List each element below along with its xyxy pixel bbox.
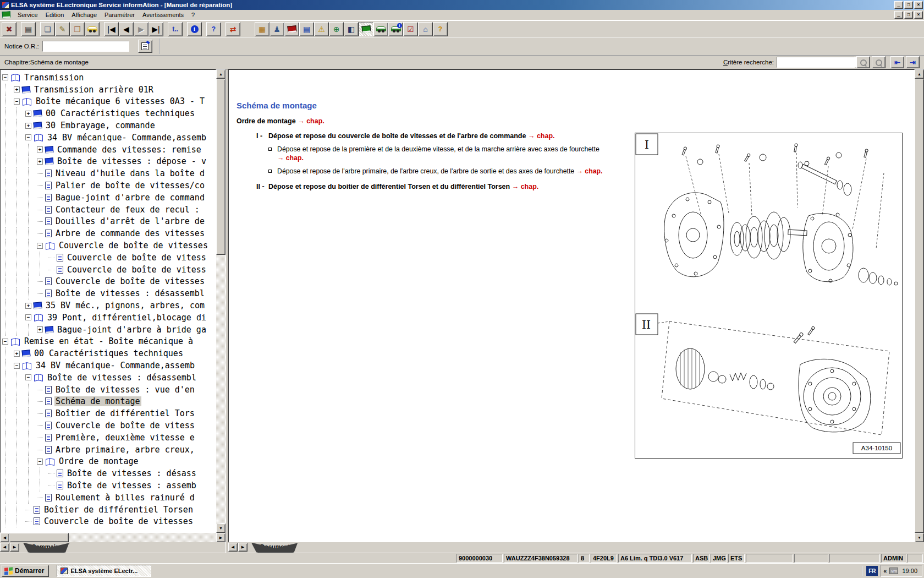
tree-item[interactable]: +30 Embrayage, commande	[2, 119, 216, 132]
find-previous-button[interactable]	[856, 56, 870, 68]
tree-horizontal-scrollbar[interactable]: ◀ ▶	[0, 533, 226, 542]
tab-document[interactable]: Document	[251, 543, 299, 553]
chapter-link[interactable]: chap.	[585, 167, 602, 175]
search-input[interactable]	[777, 57, 859, 67]
tree-item[interactable]: +35 BV méc., pignons, arbres, com	[2, 299, 216, 312]
switch-button[interactable]: ⇄	[226, 22, 240, 36]
chapter-link[interactable]: chap.	[306, 117, 324, 125]
tree-item[interactable]: −Transmission	[2, 72, 216, 84]
first-page-button[interactable]: |◀	[104, 22, 119, 36]
menu-item-avertissements[interactable]: Avertissements	[139, 10, 188, 19]
new-document-button[interactable]: ❏	[40, 22, 55, 36]
collapse-toggle-icon[interactable]: −	[2, 74, 8, 80]
tree-item[interactable]: Douilles d'arrêt de l'arbre de	[2, 216, 216, 228]
help-button[interactable]: ?	[206, 22, 221, 36]
document-scroll-thumb[interactable]	[915, 79, 924, 533]
last-page-button[interactable]: ▶|	[148, 22, 163, 36]
expand-toggle-icon[interactable]: +	[14, 86, 20, 92]
tree-item[interactable]: −Couvercle de boîte de vitesses	[2, 239, 216, 252]
menu-item-affichage[interactable]: Affichage	[68, 10, 101, 19]
chapter-link[interactable]: chap.	[537, 132, 555, 140]
exit-button[interactable]: ✖	[2, 22, 16, 36]
tree-item[interactable]: +00 Caractéristiques techniques	[2, 107, 216, 119]
scroll-up-icon[interactable]: ▲	[915, 69, 924, 79]
collapse-toggle-icon[interactable]: −	[37, 459, 43, 465]
scroll-down-icon[interactable]: ▼	[216, 524, 226, 533]
collapse-toggle-icon[interactable]: −	[14, 363, 20, 369]
tree-item[interactable]: Première, deuxième vitesse e	[2, 432, 216, 444]
vehicle-info-button[interactable]: i	[388, 22, 403, 36]
tree-item[interactable]: Boîte de vitesses : vue d'en	[2, 384, 216, 396]
tree-item[interactable]: Couvercle de boîte de vitess	[2, 264, 216, 276]
tree-item[interactable]: Boîte de vitesses : désassembl	[2, 287, 216, 299]
index-back-button[interactable]: ⇤	[890, 56, 904, 68]
previous-page-button[interactable]: ◀	[119, 22, 134, 36]
tree-item[interactable]: Boîte de vitesses : assemb	[2, 479, 216, 492]
checklist-button[interactable]: ☑	[403, 22, 418, 36]
tree-hscroll-thumb[interactable]	[9, 533, 69, 542]
tree-item[interactable]: Boîte de vitesses : désass	[2, 467, 216, 479]
collapse-toggle-icon[interactable]: −	[2, 339, 8, 345]
vehicle-data-button[interactable]	[373, 22, 388, 36]
repair-manual-button[interactable]	[359, 22, 373, 36]
tree-item[interactable]: Arbre primaire, arbre creux,	[2, 444, 216, 456]
notice-input[interactable]	[42, 41, 129, 52]
warning-button[interactable]: ⚠	[314, 22, 329, 36]
menu-item-?[interactable]: ?	[188, 10, 199, 19]
document-vertical-scrollbar[interactable]: ▲ ▼	[915, 69, 924, 542]
language-indicator[interactable]: FR	[866, 566, 878, 576]
search-combobox[interactable]: ▼	[777, 57, 855, 68]
workshop-button[interactable]: ⌂	[418, 22, 433, 36]
minimize-button[interactable]: _	[894, 1, 903, 9]
chapter-link[interactable]: chap.	[286, 154, 304, 162]
tree-item[interactable]: Couvercle de boîte de vitesses	[2, 515, 216, 527]
tree-item[interactable]: Roulement à billes rainuré d	[2, 492, 216, 504]
form-button[interactable]: ▤	[299, 22, 314, 36]
next-page-button[interactable]: ▶	[134, 22, 148, 36]
maximize-button[interactable]: ❐	[904, 1, 913, 9]
collapse-toggle-icon[interactable]: −	[25, 314, 31, 320]
handbook-button[interactable]	[284, 22, 299, 36]
expand-toggle-icon[interactable]: +	[25, 111, 31, 117]
tree-item[interactable]: −39 Pont, différentiel,blocage di	[2, 312, 216, 324]
expand-toggle-icon[interactable]: +	[37, 326, 43, 332]
tree-item[interactable]: −Ordre de montage	[2, 456, 216, 468]
copy-document-button[interactable]: ❐	[70, 22, 85, 36]
tree-item[interactable]: Bague-joint d'arbre de command	[2, 192, 216, 204]
mdi-restore-button[interactable]: ❐	[904, 11, 913, 19]
tray-collapse-icon[interactable]: «	[883, 568, 887, 574]
expand-toggle-icon[interactable]: +	[14, 351, 20, 357]
tree-item[interactable]: −Boîte de vitesses : désassembl	[2, 372, 216, 384]
vehicle-button[interactable]	[85, 22, 100, 36]
close-button[interactable]: ×	[914, 1, 923, 9]
expand-toggle-icon[interactable]: +	[37, 146, 43, 152]
query-button[interactable]: ?	[433, 22, 448, 36]
customer-button[interactable]: ♟	[270, 22, 284, 36]
tree-item[interactable]: Palier de boîte de vitesses/co	[2, 179, 216, 192]
tree-item[interactable]: Couvercle de boîte de vitess	[2, 419, 216, 432]
tree-item[interactable]: Boîtier de différentiel Tors	[2, 407, 216, 419]
vm-tray-icon[interactable]: vm	[889, 568, 898, 574]
notice-properties-button[interactable]	[138, 40, 152, 53]
history-button[interactable]: t..	[168, 22, 183, 36]
scroll-down-icon[interactable]: ▼	[915, 533, 924, 542]
tree-item[interactable]: +Commande des vitesses: remise	[2, 144, 216, 156]
taskbar-task-elsa[interactable]: ELSA système ELectr...	[57, 565, 151, 577]
tab-scroll-left-icon[interactable]: ◀	[0, 543, 9, 552]
tree-item[interactable]: Boîtier de différentiel Torsen	[2, 504, 216, 516]
collapse-toggle-icon[interactable]: −	[25, 374, 31, 380]
mdi-close-button[interactable]: ×	[914, 11, 923, 19]
tab-scroll-right-icon[interactable]: ▶	[238, 543, 248, 552]
expand-toggle-icon[interactable]: +	[25, 123, 31, 129]
edit-document-button[interactable]: ✎	[55, 22, 70, 36]
tree-item[interactable]: +Transmission arrière 01R	[2, 84, 216, 96]
start-button[interactable]: Démarrer	[2, 565, 49, 577]
collapse-toggle-icon[interactable]: −	[14, 99, 20, 105]
tree-item[interactable]: Couvercle de boîte de vitesses	[2, 276, 216, 288]
scroll-left-icon[interactable]: ◀	[0, 533, 9, 542]
globe-button[interactable]: ⊕	[329, 22, 344, 36]
chapter-link[interactable]: chap.	[521, 183, 539, 190]
tree-item[interactable]: Couvercle de boîte de vitess	[2, 252, 216, 264]
menu-item-paramtrer[interactable]: Paramétrer	[101, 10, 139, 19]
expand-toggle-icon[interactable]: +	[25, 303, 31, 309]
